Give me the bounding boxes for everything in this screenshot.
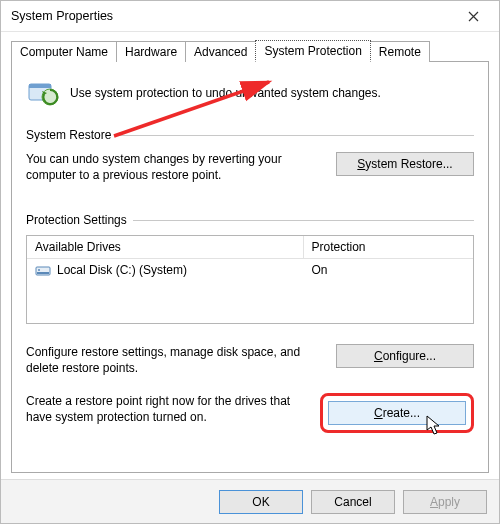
tab-remote[interactable]: Remote (370, 41, 430, 62)
svg-rect-2 (29, 84, 51, 88)
table-row[interactable]: Local Disk (C:) (System) On (27, 259, 473, 281)
tab-computer-name[interactable]: Computer Name (11, 41, 117, 62)
cancel-button[interactable]: Cancel (311, 490, 395, 514)
system-restore-button[interactable]: System Restore... (336, 152, 474, 176)
group-protection-settings: Protection Settings (26, 213, 474, 227)
close-button[interactable] (453, 2, 493, 30)
drives-body: Local Disk (C:) (System) On (27, 259, 473, 323)
configure-button[interactable]: Configure... (336, 344, 474, 368)
system-properties-window: System Properties Computer Name Hardware… (0, 0, 500, 524)
drives-table: Available Drives Protection Local Disk (26, 235, 474, 324)
create-text: Create a restore point right now for the… (26, 393, 320, 425)
configure-row: Configure restore settings, manage disk … (26, 344, 474, 376)
svg-point-6 (38, 269, 40, 271)
table-empty-space (27, 281, 473, 323)
intro-row: Use system protection to undo unwanted s… (26, 76, 474, 110)
tab-hardware[interactable]: Hardware (116, 41, 186, 62)
intro-text: Use system protection to undo unwanted s… (70, 86, 381, 100)
ok-button[interactable]: OK (219, 490, 303, 514)
create-button[interactable]: Create... (328, 401, 466, 425)
divider (117, 135, 474, 136)
drive-name: Local Disk (C:) (System) (57, 263, 187, 277)
window-title: System Properties (11, 9, 453, 23)
system-protection-icon (26, 76, 60, 110)
dialog-button-bar: OK Cancel Apply (1, 479, 499, 523)
system-restore-text: You can undo system changes by reverting… (26, 152, 336, 183)
apply-button[interactable]: Apply (403, 490, 487, 514)
drive-protection: On (304, 259, 473, 281)
drive-icon (35, 263, 51, 277)
group-system-restore-label: System Restore (26, 128, 111, 142)
divider (133, 220, 474, 221)
tab-system-protection[interactable]: System Protection (255, 40, 370, 62)
annotation-highlight-box: Create... (320, 393, 474, 433)
titlebar: System Properties (1, 1, 499, 32)
svg-rect-5 (37, 272, 49, 274)
close-icon (468, 11, 479, 22)
drives-header: Available Drives Protection (27, 236, 473, 259)
group-system-restore: System Restore (26, 128, 474, 142)
configure-text: Configure restore settings, manage disk … (26, 344, 336, 376)
group-protection-settings-label: Protection Settings (26, 213, 127, 227)
tab-advanced[interactable]: Advanced (185, 41, 256, 62)
create-row: Create a restore point right now for the… (26, 393, 474, 433)
system-restore-row: You can undo system changes by reverting… (26, 152, 474, 183)
tabs-row: Computer Name Hardware Advanced System P… (1, 32, 499, 62)
col-protection[interactable]: Protection (304, 236, 473, 258)
tab-panel-system-protection: Use system protection to undo unwanted s… (11, 61, 489, 473)
col-available-drives[interactable]: Available Drives (27, 236, 304, 258)
